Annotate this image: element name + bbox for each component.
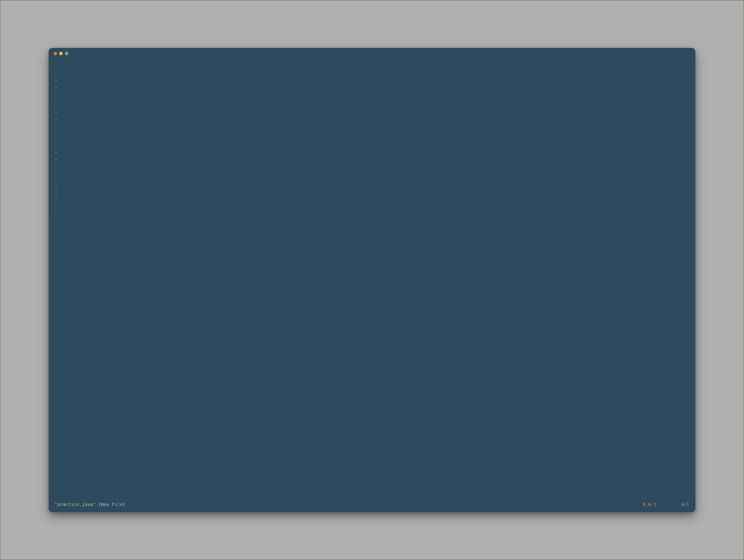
vim-empty-line: ~: [54, 189, 689, 195]
vim-empty-line: ~: [54, 84, 689, 90]
vim-empty-line: ~: [54, 202, 689, 208]
vim-empty-line: ~: [54, 149, 689, 156]
vim-empty-line: ~: [54, 71, 689, 77]
vim-empty-line: ~: [54, 208, 689, 215]
vim-empty-line: ~: [54, 169, 689, 175]
vim-empty-line: ~: [54, 162, 689, 169]
terminal-window: ~~~~~~~~~~~~~~~~~~~~~~ "practice.java" […: [49, 48, 695, 512]
close-icon[interactable]: [53, 52, 57, 55]
status-cursor-position: 0,0-1: [643, 502, 656, 507]
vim-empty-line: ~: [54, 136, 689, 143]
status-file-state: New File: [101, 502, 123, 507]
vim-empty-line: ~: [54, 195, 689, 202]
zoom-icon[interactable]: [65, 52, 68, 55]
vim-status-line: "practice.java" [New File] 0,0-1 All: [49, 500, 695, 512]
vim-empty-line: ~: [54, 143, 689, 149]
vim-empty-line: ~: [54, 182, 689, 189]
vim-empty-line: ~: [54, 123, 689, 130]
status-scroll-indicator: All: [681, 502, 689, 507]
vim-empty-line: ~: [54, 103, 689, 110]
vim-empty-line: ~: [54, 77, 689, 84]
vim-empty-line: ~: [54, 90, 689, 97]
vim-empty-line: ~: [54, 110, 689, 117]
vim-empty-line: ~: [54, 117, 689, 123]
vim-empty-line: ~: [54, 156, 689, 162]
minimize-icon[interactable]: [59, 52, 63, 55]
vim-empty-line: ~: [54, 97, 689, 103]
vim-empty-line: ~: [54, 175, 689, 182]
status-bracket-open: [: [98, 502, 101, 507]
vim-buffer[interactable]: ~~~~~~~~~~~~~~~~~~~~~~: [54, 63, 689, 500]
window-titlebar: [49, 48, 695, 59]
vim-empty-line: ~: [54, 130, 689, 136]
status-filename: "practice.java": [54, 502, 96, 507]
status-bracket-close: ]: [123, 502, 125, 507]
vim-editor-area[interactable]: ~~~~~~~~~~~~~~~~~~~~~~: [49, 59, 695, 500]
status-space: [96, 502, 98, 507]
